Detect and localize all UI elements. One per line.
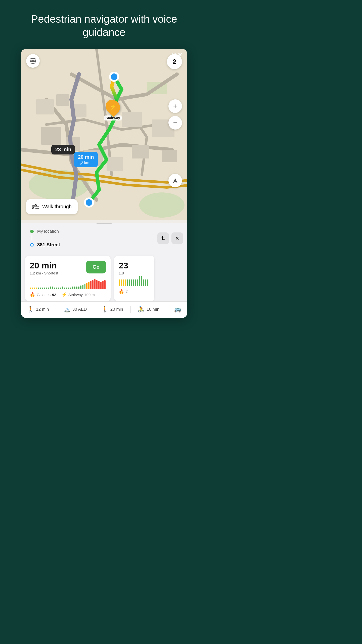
location-actions: ⇅ ✕	[157, 227, 183, 249]
route-cards-container: 20 min 1,2 km · Shortest Go 🔥 Calories 9…	[21, 252, 187, 301]
close-route-button[interactable]: ✕	[171, 232, 183, 244]
tab-separator-2	[94, 306, 94, 313]
drag-handle[interactable]	[97, 223, 112, 224]
route-card-2: 23 1,8 🔥 C	[114, 256, 154, 301]
navigate-button[interactable]	[168, 174, 182, 187]
route-panel: My location 381 Street ⇅ ✕ 20 min 1,2 km…	[21, 223, 187, 318]
route-2-detail: 1,8	[119, 271, 150, 275]
stairway-pin-icon: ⚡	[109, 104, 116, 110]
stairway-meta: ⚡ Stairway 100 m	[61, 292, 95, 297]
svg-rect-7	[41, 127, 61, 145]
from-location-row: My location	[25, 227, 157, 235]
layers-button[interactable]	[26, 54, 40, 68]
walk-through-label: Walk through	[42, 204, 72, 210]
svg-point-16	[111, 73, 117, 80]
to-dot	[30, 243, 34, 247]
svg-point-25	[35, 205, 36, 206]
stairway-marker: ⚡ Stairway	[104, 99, 122, 120]
to-location-row: 381 Street	[25, 240, 157, 249]
blue-bubble-time: 20 min	[78, 154, 94, 160]
tab-separator-1	[56, 306, 56, 313]
tab-walk-2[interactable]: 🚶 20 min	[102, 306, 123, 313]
swap-locations-button[interactable]: ⇅	[157, 232, 169, 244]
go-button[interactable]: Go	[86, 261, 106, 273]
map-routes-svg	[21, 49, 187, 220]
to-label: 381 Street	[37, 242, 60, 248]
stairway-meta-value: 100 m	[84, 293, 95, 297]
tab-separator-3	[130, 306, 131, 313]
location-connector	[32, 235, 32, 240]
svg-rect-14	[107, 157, 123, 171]
calories-label: Calories	[37, 293, 51, 297]
blue-time-bubble: 20 min 1,2 km	[74, 152, 98, 167]
bus-icon: 🚌	[174, 306, 181, 313]
walk-icon-2: 🚶	[102, 306, 108, 313]
from-label: My location	[37, 229, 59, 234]
bike-icon: 🚴	[138, 306, 145, 313]
walk-through-button[interactable]: Walk through	[26, 199, 78, 214]
tab-walk-1[interactable]: 🚶 12 min	[27, 306, 49, 313]
zoom-in-button[interactable]: +	[168, 99, 182, 113]
svg-rect-10	[132, 145, 149, 158]
stairway-meta-icon: ⚡	[61, 292, 67, 297]
route-number-badge[interactable]: 2	[167, 54, 182, 69]
elevation-bar-chart-2	[119, 275, 150, 286]
tab-mountain[interactable]: 🏔️ 30 AED	[64, 306, 87, 313]
map-area: 12:30 2 + − 23 min 20 min 1,2 km	[21, 49, 187, 220]
route-card-1: 20 min 1,2 km · Shortest Go 🔥 Calories 9…	[25, 256, 111, 301]
route-2-calories-char: C	[126, 290, 128, 294]
phone-card: 12:30 2 + − 23 min 20 min 1,2 km	[21, 49, 187, 318]
stairway-meta-label: Stairway	[68, 293, 83, 297]
calories-icon: 🔥	[30, 292, 35, 297]
tab-separator-4	[167, 306, 167, 313]
zoom-out-button[interactable]: −	[168, 116, 182, 130]
tab-walk-2-label: 20 min	[110, 307, 123, 312]
calories-value: 92	[52, 293, 56, 297]
tab-mountain-label: 30 AED	[72, 307, 87, 312]
dark-time-bubble: 23 min	[51, 145, 75, 154]
from-dot	[30, 230, 34, 233]
stairway-pin: ⚡	[103, 97, 123, 117]
mountain-icon: 🏔️	[64, 306, 70, 313]
tab-bus[interactable]: 🚌	[174, 306, 181, 313]
blue-bubble-dist: 1,2 km	[78, 160, 94, 165]
elevation-bar-chart	[30, 278, 106, 289]
svg-point-26	[32, 208, 34, 209]
tab-bike[interactable]: 🚴 10 min	[138, 306, 159, 313]
route-1-meta: 🔥 Calories 92 ⚡ Stairway 100 m	[30, 292, 106, 297]
walk-icon-1: 🚶	[27, 306, 34, 313]
bottom-tabs: 🚶 12 min 🏔️ 30 AED 🚶 20 min 🚴 10 min 🚌	[21, 301, 187, 318]
route-2-meta: 🔥 C	[119, 289, 150, 294]
svg-rect-5	[56, 94, 69, 106]
svg-rect-12	[162, 150, 177, 162]
svg-rect-9	[122, 112, 142, 127]
hero-title: Pedestrian navigator with voice guidance	[0, 0, 208, 49]
calories-meta: 🔥 Calories 92	[30, 292, 56, 297]
svg-point-18	[86, 199, 92, 206]
svg-rect-4	[36, 99, 54, 114]
tab-bike-label: 10 min	[147, 307, 159, 312]
route-2-calories-icon: 🔥	[119, 289, 124, 294]
route-2-time: 23	[119, 261, 150, 270]
svg-point-2	[139, 192, 185, 218]
tab-walk-1-label: 12 min	[36, 307, 49, 312]
